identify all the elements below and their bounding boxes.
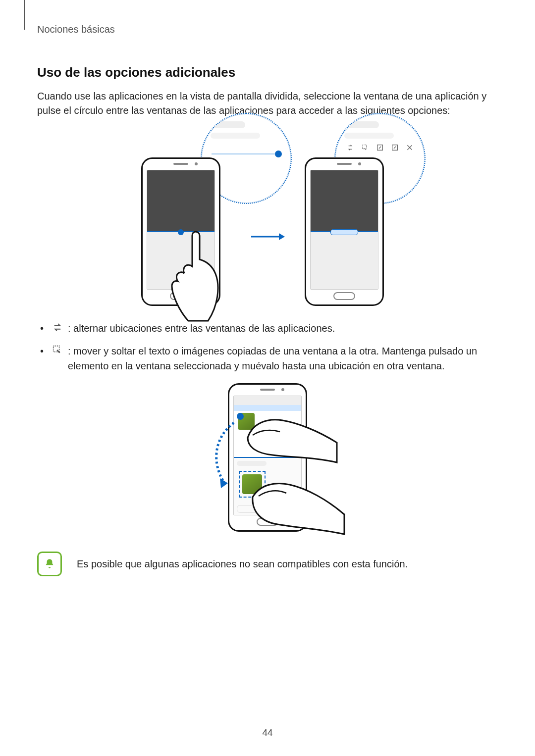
phone-after (305, 157, 384, 306)
drag-copy-icon (52, 345, 63, 355)
minimize-icon (376, 144, 384, 151)
svg-marker-6 (220, 478, 228, 488)
hand-tap-icon (161, 227, 230, 336)
close-icon (406, 144, 414, 151)
note-bell-icon (37, 552, 62, 576)
phone-before-wrap (141, 128, 230, 306)
swap-icon (52, 322, 63, 333)
arrow-right-icon (250, 232, 285, 242)
list-item: : alternar ubicaciones entre las ventana… (37, 321, 498, 336)
figure-drag-drop (37, 383, 498, 532)
svg-marker-1 (279, 233, 285, 240)
page-number: 44 (0, 727, 535, 738)
drag-copy-icon (361, 144, 369, 151)
options-list: : alternar ubicaciones entre las ventana… (37, 321, 498, 373)
list-item: : mover y soltar el texto o imágenes cop… (37, 344, 498, 373)
split-toolbar (343, 144, 417, 151)
manual-page: Nociones básicas Uso de las opciones adi… (0, 0, 535, 756)
header-rule (24, 0, 25, 30)
note-block: Es posible que algunas aplicaciones no s… (37, 552, 498, 576)
swap-icon (346, 144, 354, 151)
intro-paragraph: Cuando use las aplicaciones en la vista … (37, 89, 498, 118)
drag-path-arrow-icon (209, 418, 244, 492)
breadcrumb: Nociones básicas (37, 24, 498, 35)
note-text: Es posible que algunas aplicaciones no s… (77, 558, 408, 570)
figure-split-options (37, 128, 498, 306)
hand-hold-icon (243, 408, 342, 467)
list-item-text: : mover y soltar el texto o imágenes cop… (68, 346, 477, 371)
phone-after-wrap (305, 128, 394, 306)
list-item-text: : alternar ubicaciones entre las ventana… (68, 323, 335, 334)
section-heading: Uso de las opciones adicionales (37, 65, 498, 80)
hand-drop-icon (248, 472, 347, 537)
maximize-icon (391, 144, 399, 151)
